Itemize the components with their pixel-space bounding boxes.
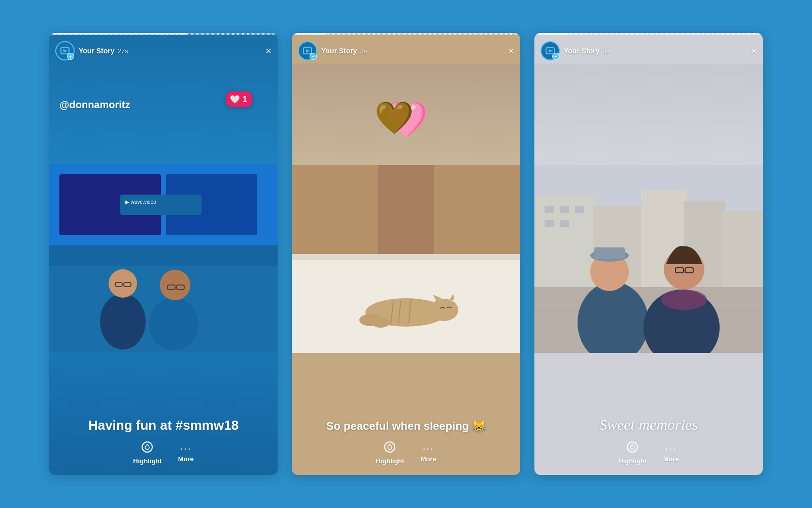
highlight-label-2: Highlight xyxy=(376,457,404,465)
avatar-ring-1: + xyxy=(55,41,75,60)
story-card-2: + Your Story 3s × 💙 🩷 xyxy=(292,33,520,475)
plus-badge-2: + xyxy=(310,53,317,60)
story-time-2: 3s xyxy=(360,47,367,55)
story-photo-3 xyxy=(534,165,763,353)
more-label-3: More xyxy=(663,455,679,463)
close-button-3[interactable]: × xyxy=(751,45,757,57)
story-header-1: + Your Story 27s × xyxy=(49,38,278,64)
heart-icon-notif: 🤍 xyxy=(230,94,240,104)
svg-text:▶ wave.video: ▶ wave.video xyxy=(125,199,156,205)
highlight-button-2[interactable]: Highlight xyxy=(376,441,404,465)
progress-fill-2 xyxy=(292,33,326,35)
mention-tag-1: @donnamoritz xyxy=(59,99,130,111)
progress-fill-1 xyxy=(49,33,186,35)
story-time-1: 27s xyxy=(118,47,128,55)
svg-rect-55 xyxy=(594,247,625,259)
svg-point-11 xyxy=(149,298,198,351)
more-icon-1: ··· xyxy=(180,443,192,453)
more-button-3[interactable]: ··· More xyxy=(663,443,679,463)
story-title-1: Your Story xyxy=(79,47,115,55)
notification-count: 1 xyxy=(243,95,247,104)
more-button-2[interactable]: ··· More xyxy=(421,443,436,463)
plus-badge-3: + xyxy=(552,53,559,60)
progress-bar-3 xyxy=(534,33,763,35)
svg-rect-22 xyxy=(378,165,434,257)
plus-badge-1: + xyxy=(67,53,74,60)
svg-rect-24 xyxy=(292,254,520,260)
svg-rect-47 xyxy=(560,220,569,227)
story-card-1: + Your Story 27s × @donnamoritz 🤍 1 ▶ wa… xyxy=(49,33,278,475)
avatar-ring-3: + xyxy=(540,41,560,60)
svg-rect-46 xyxy=(545,220,554,227)
svg-marker-19 xyxy=(306,49,310,52)
svg-point-9 xyxy=(100,294,146,350)
story-header-3: + Your Story 3s × xyxy=(534,38,763,64)
story-meta-1: Your Story 27s xyxy=(79,47,265,55)
highlight-icon-3 xyxy=(626,441,638,455)
svg-point-34 xyxy=(385,442,395,452)
highlight-button-3[interactable]: Highlight xyxy=(618,441,647,465)
more-icon-2: ··· xyxy=(423,443,434,453)
highlight-icon-1 xyxy=(141,441,153,455)
highlight-label-3: Highlight xyxy=(618,457,647,465)
svg-rect-44 xyxy=(560,206,569,213)
svg-point-33 xyxy=(371,318,390,328)
highlight-icon-2 xyxy=(384,441,396,455)
story-time-3: 3s xyxy=(603,47,610,55)
story-caption-3: Sweet memories xyxy=(534,415,763,434)
svg-rect-43 xyxy=(545,206,554,213)
svg-point-17 xyxy=(142,442,152,452)
svg-marker-36 xyxy=(549,49,553,52)
progress-bar-2 xyxy=(292,33,520,35)
story-title-3: Your Story xyxy=(564,47,600,55)
close-button-2[interactable]: × xyxy=(508,45,514,57)
more-button-1[interactable]: ··· More xyxy=(178,443,194,463)
progress-bar-1 xyxy=(49,33,278,35)
svg-rect-45 xyxy=(575,206,584,213)
svg-point-29 xyxy=(430,299,458,321)
story-title-2: Your Story xyxy=(321,47,357,55)
story-caption-1: Having fun at #smmw18 xyxy=(49,417,278,434)
story-photo-2 xyxy=(292,165,520,353)
highlight-button-1[interactable]: Highlight xyxy=(133,441,161,465)
highlight-label-1: Highlight xyxy=(133,457,161,465)
story-meta-2: Your Story 3s xyxy=(321,47,508,55)
story-footer-2: Highlight ··· More xyxy=(292,433,520,475)
more-icon-3: ··· xyxy=(665,443,677,453)
close-button-1[interactable]: × xyxy=(265,45,272,57)
more-label-2: More xyxy=(421,455,436,463)
svg-point-62 xyxy=(627,442,637,452)
story-caption-2: So peaceful when sleeping 😹 xyxy=(292,419,520,434)
story-footer-1: Highlight ··· More xyxy=(49,433,278,475)
notification-badge-1: 🤍 1 xyxy=(226,91,252,107)
story-meta-3: Your Story 3s xyxy=(564,47,751,55)
story-header-2: + Your Story 3s × xyxy=(292,38,520,64)
story-footer-3: Highlight ··· More xyxy=(534,433,763,475)
svg-point-12 xyxy=(160,270,190,300)
progress-fill-3 xyxy=(534,33,569,35)
hearts-area: 💙 🩷 xyxy=(292,64,520,175)
story-photo-1: ▶ wave.video xyxy=(49,164,278,352)
card3-top-area xyxy=(534,64,763,175)
story-card-3: + Your Story 3s × xyxy=(534,33,763,475)
svg-point-10 xyxy=(109,269,137,298)
avatar-ring-2: + xyxy=(298,41,317,60)
svg-marker-1 xyxy=(63,49,67,52)
svg-point-61 xyxy=(661,290,707,310)
more-label-1: More xyxy=(178,455,194,463)
svg-rect-6 xyxy=(120,195,201,215)
